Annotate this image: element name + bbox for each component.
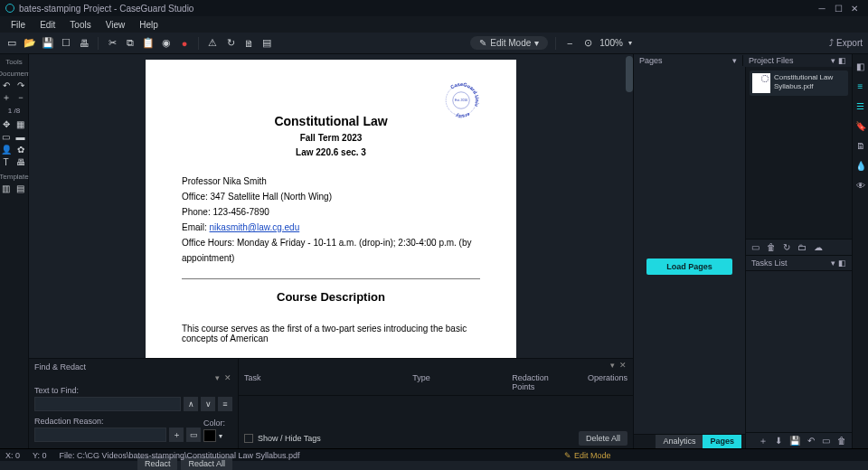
reason-input[interactable] (34, 428, 166, 442)
undo-icon[interactable]: ↶ (1, 80, 12, 90)
zoom-out-icon[interactable]: − (563, 37, 576, 50)
bookmark-icon[interactable]: 🔖 (855, 121, 866, 132)
color-swatch[interactable] (203, 429, 216, 442)
page-indicator[interactable]: 1 /8 (8, 107, 20, 115)
panel-controls[interactable]: ▾ ✕ (215, 373, 232, 382)
redo-icon[interactable]: ↷ (15, 80, 26, 90)
menu-view[interactable]: View (99, 20, 133, 30)
menu-file[interactable]: File (4, 20, 33, 30)
files-panel-label[interactable]: Project Files▾ ◧ (742, 55, 852, 66)
tasks-list-header[interactable]: Tasks List▾ ◧ (746, 255, 852, 271)
doc-course: Law 220.6 sec. 3 (182, 147, 480, 157)
find-redact-panel: Find & Redact ▾ ✕ Text to Find: ∧ ∨ ≡ Re… (29, 358, 633, 448)
open-icon[interactable]: 📂 (24, 37, 36, 50)
document-icon[interactable]: 🗎 (242, 37, 255, 50)
zoom-fit-icon[interactable]: ⊙ (581, 37, 594, 50)
reload-icon[interactable]: ↻ (783, 242, 790, 252)
print-tool-icon[interactable]: 🖶 (15, 156, 26, 167)
find-options-button[interactable]: ≡ (218, 397, 232, 411)
document-canvas[interactable]: CaseGuard Univ ersity Est. 2016 Constitu… (29, 54, 633, 358)
export-button[interactable]: ⤴ Export (829, 38, 863, 48)
text-icon[interactable]: T (1, 156, 12, 167)
clear-task-icon[interactable]: ▭ (822, 436, 830, 446)
edit-mode-dropdown[interactable]: ✎ Edit Mode ▾ (470, 36, 548, 50)
menu-edit[interactable]: Edit (33, 20, 62, 30)
tab-pages[interactable]: Pages (703, 435, 741, 448)
save-project-icon[interactable]: ☐ (60, 37, 72, 50)
mode-label: Edit Mode (490, 38, 531, 48)
prev-match-button[interactable]: ∧ (184, 397, 198, 411)
pencil-icon: ✎ (564, 451, 571, 460)
zoom-out-icon[interactable]: － (15, 92, 26, 103)
cut-icon[interactable]: ✂ (106, 37, 118, 50)
select-icon[interactable]: ▦ (15, 118, 26, 129)
doc-phone: Phone: 123-456-7890 (182, 204, 480, 220)
layers-icon[interactable]: ≡ (855, 81, 866, 92)
calendar-icon[interactable]: ▤ (260, 37, 273, 50)
document-page: CaseGuard Univ ersity Est. 2016 Constitu… (146, 60, 516, 358)
delete-file-icon[interactable]: 🗑 (767, 242, 776, 252)
chevron-down-icon[interactable]: ▾ (219, 432, 222, 440)
menu-tools[interactable]: Tools (62, 20, 98, 30)
doc-email-link[interactable]: nikasmith@law.cg.edu (210, 222, 300, 232)
show-hide-checkbox[interactable] (244, 434, 253, 443)
pages-panel-label[interactable]: Pages▾ (634, 55, 742, 66)
copy-icon[interactable]: ⧉ (124, 37, 137, 50)
minimize-button[interactable]: ─ (814, 4, 830, 14)
redact-tool-icon[interactable]: ▬ (15, 131, 26, 142)
close-button[interactable]: ✕ (846, 4, 863, 14)
user-icon[interactable]: 👤 (1, 144, 12, 155)
list-icon[interactable]: ☰ (855, 101, 866, 112)
delete-all-button[interactable]: Delete All (579, 431, 627, 446)
page-icon[interactable]: 🗎 (855, 141, 866, 152)
add-task-icon[interactable]: ＋ (759, 435, 768, 447)
zoom-in-icon[interactable]: ＋ (1, 92, 12, 103)
next-match-button[interactable]: ∨ (201, 397, 215, 411)
warning-icon[interactable]: ⚠ (206, 37, 219, 50)
app-logo-icon (5, 4, 14, 13)
cloud-icon[interactable]: ☁ (814, 242, 823, 252)
status-x: X: 0 (5, 451, 20, 460)
template1-icon[interactable]: ▥ (1, 183, 12, 193)
add-reason-button[interactable]: ＋ (169, 428, 184, 442)
left-tool-rail: Tools Document ↶ ↷ ＋ － 1 /8 ✥ ▦ ▭ ▬ 👤 ✿ … (0, 54, 29, 448)
undo-task-icon[interactable]: ↶ (807, 436, 815, 446)
download-icon[interactable]: ⬇ (775, 436, 782, 446)
eye-icon[interactable]: 👁 (855, 181, 866, 192)
template2-icon[interactable]: ▤ (15, 183, 26, 193)
camera-icon[interactable]: ◉ (160, 37, 173, 50)
paste-icon[interactable]: 📋 (142, 37, 155, 50)
chevron-down-icon[interactable]: ▾ (628, 39, 632, 47)
new-icon[interactable]: ▭ (5, 37, 18, 50)
add-file-icon[interactable]: ▭ (751, 242, 760, 252)
doc-divider (182, 278, 480, 279)
maximize-button[interactable]: ☐ (830, 4, 846, 14)
panel-toggle-icon[interactable]: ◧ (855, 61, 866, 72)
move-icon[interactable]: ✥ (1, 118, 12, 129)
stamp-icon[interactable]: ✿ (15, 144, 26, 155)
drop-icon[interactable]: 💧 (855, 161, 866, 172)
folder-icon[interactable]: 🗀 (797, 242, 807, 252)
load-pages-button[interactable]: Load Pages (646, 258, 732, 275)
tab-analytics[interactable]: Analytics (656, 435, 703, 448)
university-seal-icon: CaseGuard Univ ersity Est. 2016 (442, 81, 480, 119)
record-icon[interactable]: ● (178, 37, 191, 50)
panel-controls[interactable]: ▾ ✕ (610, 361, 627, 370)
redaction-table-header: Task Type Redaction Points Operations (239, 370, 633, 396)
doc-paragraph: This course serves as the first of a two… (182, 324, 480, 343)
refresh-icon[interactable]: ↻ (224, 37, 237, 50)
reason-list-button[interactable]: ▭ (186, 428, 201, 442)
save-task-icon[interactable]: 💾 (789, 436, 800, 446)
file-thumbnail[interactable]: Constitutional Law Syllabus.pdf (750, 70, 848, 96)
menu-help[interactable]: Help (132, 20, 165, 30)
rect-icon[interactable]: ▭ (1, 131, 12, 142)
zoom-level[interactable]: 100% (599, 38, 623, 48)
title-bar: bates-stamping Project - CaseGuard Studi… (0, 0, 868, 16)
find-input[interactable] (34, 397, 181, 411)
document-label: Document (0, 70, 31, 78)
canvas-scrollbar[interactable] (626, 56, 633, 92)
save-icon[interactable]: 💾 (42, 37, 54, 50)
print-icon[interactable]: 🖶 (78, 37, 90, 50)
file-thumb-icon (752, 73, 770, 93)
delete-task-icon[interactable]: 🗑 (837, 436, 846, 446)
